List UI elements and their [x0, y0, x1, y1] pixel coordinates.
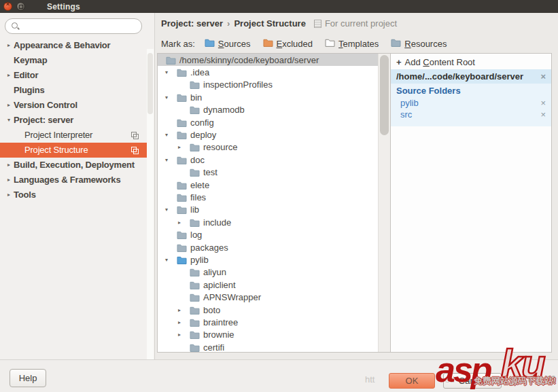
tree-row[interactable]: ▸include	[158, 216, 390, 228]
tree-row[interactable]: ▾deploy	[158, 128, 390, 141]
tree-item-label: boto	[203, 305, 220, 315]
structure-box: /home/skinny/code/keyboard/server▾.ideai…	[157, 53, 552, 353]
tree-row[interactable]: log	[158, 228, 390, 240]
tree-row[interactable]: ▸boto	[158, 304, 390, 316]
tree-item-label: lib	[190, 204, 199, 215]
tree-row[interactable]: ▾lib	[158, 204, 390, 216]
tree-item-label: inspectionProfiles	[203, 79, 273, 90]
folder-icon	[190, 293, 203, 302]
expand-arrow-icon[interactable]: ▾	[164, 157, 177, 163]
tree-row[interactable]: ▾doc	[158, 154, 390, 166]
mark-as-excluded-button[interactable]: Excluded	[263, 38, 313, 49]
sidebar-item-project-interpreter[interactable]: Project Interpreter	[0, 128, 147, 143]
plus-icon: +	[396, 57, 402, 67]
expand-arrow-icon[interactable]: ▸	[177, 219, 190, 226]
sidebar-item-label: Editor	[14, 68, 38, 83]
tree-row[interactable]: ▸braintree	[158, 316, 390, 328]
tree-row[interactable]: aliyun	[158, 266, 390, 279]
tree-item-label: /home/skinny/code/keyboard/server	[179, 55, 319, 65]
tree-row[interactable]: ▾.idea	[158, 66, 390, 78]
search-icon	[11, 22, 20, 31]
remove-source-folder-button[interactable]: ×	[540, 98, 546, 108]
tree-row[interactable]: apiclient	[158, 279, 390, 291]
expand-arrow-icon[interactable]: ▾	[164, 132, 177, 138]
expand-arrow-icon[interactable]: ▾	[164, 257, 177, 263]
sidebar-item-version-control[interactable]: ▸Version Control	[0, 98, 147, 113]
tree-row[interactable]: dynamodb	[158, 104, 390, 116]
source-folder-row[interactable]: pylib×	[391, 97, 551, 109]
tree-item-label: bin	[190, 92, 202, 103]
sidebar-item-tools[interactable]: ▸Tools	[0, 188, 147, 202]
window-restore-icon[interactable]	[16, 2, 25, 11]
main-area: ▸Appearance & BehaviorKeymap▸EditorPlugi…	[0, 13, 558, 360]
tree-row[interactable]: config	[158, 116, 390, 128]
help-button[interactable]: Help	[10, 369, 46, 387]
mark-as-templates-button[interactable]: Templates	[325, 38, 379, 49]
sidebar-item-label: Project Interpreter	[24, 128, 92, 143]
expand-arrow-icon[interactable]: ▾	[0, 113, 14, 128]
expand-arrow-icon[interactable]: ▸	[0, 98, 14, 113]
tree-row[interactable]: ▸brownie	[158, 329, 390, 341]
expand-arrow-icon[interactable]: ▾	[164, 69, 177, 75]
tree-item-label: certifi	[203, 342, 224, 352]
sidebar-item-appearance-behavior[interactable]: ▸Appearance & Behavior	[0, 38, 147, 53]
sidebar-scrollbar-thumb[interactable]	[147, 53, 153, 114]
tree-item-label: elete	[190, 180, 209, 190]
expand-arrow-icon[interactable]: ▸	[0, 173, 14, 188]
tree-row[interactable]: certifi	[158, 341, 390, 352]
folder-icon	[190, 343, 203, 352]
expand-arrow-icon[interactable]: ▸	[177, 307, 190, 313]
tree-row[interactable]: inspectionProfiles	[158, 79, 390, 91]
tree-scrollbar[interactable]	[378, 54, 390, 352]
sidebar-item-project-server[interactable]: ▾Project: server	[0, 113, 147, 128]
expand-arrow-icon[interactable]: ▾	[164, 94, 177, 101]
search-input[interactable]	[22, 21, 136, 32]
tree-row[interactable]: ▾bin	[158, 91, 390, 103]
tree-row[interactable]: APNSWrapper	[158, 291, 390, 303]
expand-arrow-icon[interactable]: ▸	[0, 68, 14, 83]
cancel-button[interactable]: Cancel	[443, 373, 502, 389]
content-root-row[interactable]: /home/...code/keyboard/server ×	[391, 69, 551, 84]
sidebar-item-keymap[interactable]: Keymap	[0, 53, 147, 68]
source-folder-label: src	[400, 109, 412, 120]
expand-arrow-icon[interactable]: ▸	[0, 188, 14, 202]
tree-row[interactable]: ▸resource	[158, 141, 390, 154]
expand-arrow-icon[interactable]: ▸	[177, 319, 190, 325]
tree-row[interactable]: packages	[158, 241, 390, 253]
tree-row[interactable]: elete	[158, 179, 390, 191]
sidebar-item-languages-frameworks[interactable]: ▸Languages & Frameworks	[0, 173, 147, 188]
remove-source-folder-button[interactable]: ×	[540, 109, 546, 120]
expand-arrow-icon[interactable]: ▸	[0, 158, 14, 173]
tree-row[interactable]: files	[158, 191, 390, 203]
mark-as-sources-button[interactable]: Sources	[205, 38, 251, 49]
window-close-icon[interactable]	[3, 2, 12, 11]
search-box[interactable]	[5, 18, 142, 34]
expand-arrow-icon[interactable]: ▸	[177, 144, 190, 150]
sidebar-item-editor[interactable]: ▸Editor	[0, 68, 147, 83]
remove-content-root-button[interactable]: ×	[540, 71, 546, 82]
expand-arrow-icon[interactable]: ▸	[0, 38, 14, 53]
source-folders-list: pylib×src×	[391, 97, 551, 120]
tree-row[interactable]: /home/skinny/code/keyboard/server	[158, 54, 390, 66]
sidebar-scrollbar[interactable]	[147, 49, 154, 360]
sidebar-item-plugins[interactable]: Plugins	[0, 83, 147, 98]
source-folders-section: Source Folders pylib×src×	[391, 84, 551, 126]
sidebar-item-label: Project Structure	[24, 143, 88, 158]
folder-icon	[177, 68, 190, 77]
mark-as-option-label: Templates	[338, 39, 379, 49]
add-content-root-button[interactable]: + Add Content Root	[391, 54, 551, 69]
tree-scrollbar-thumb[interactable]	[380, 55, 389, 135]
ok-button[interactable]: OK	[389, 373, 435, 389]
folder-icon	[177, 156, 190, 164]
mark-as-resources-button[interactable]: Resources	[391, 38, 447, 49]
sidebar-item-label: Project: server	[14, 113, 73, 128]
tree-row[interactable]: test	[158, 166, 390, 179]
tree-row[interactable]: ▾pylib	[158, 253, 390, 266]
content-roots-panel: + Add Content Root /home/...code/keyboar…	[390, 54, 551, 352]
sidebar-item-project-structure[interactable]: Project Structure	[0, 143, 147, 158]
expand-arrow-icon[interactable]: ▸	[177, 332, 190, 338]
breadcrumb-project: Project: server	[161, 18, 223, 29]
expand-arrow-icon[interactable]: ▾	[164, 207, 177, 213]
source-folder-row[interactable]: src×	[391, 109, 551, 120]
sidebar-item-build-execution-deployment[interactable]: ▸Build, Execution, Deployment	[0, 158, 147, 173]
